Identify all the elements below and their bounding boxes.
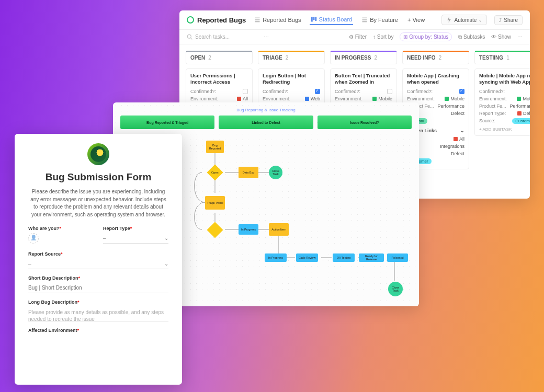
report-type-select[interactable]: –⌄ — [103, 233, 168, 244]
show-button[interactable]: 👁 Show — [491, 34, 511, 40]
board-title-text: Reported Bugs — [197, 16, 246, 24]
add-view-button[interactable]: + View — [406, 15, 426, 25]
list-icon — [361, 17, 368, 23]
flag-icon — [372, 97, 377, 101]
node-p3[interactable]: QA Testing — [333, 253, 355, 262]
tab-status-board[interactable]: Status Board — [310, 15, 354, 25]
long-desc-label: Long Bug Description* — [28, 299, 168, 305]
long-desc-input[interactable]: Please provide as many details as possib… — [28, 307, 168, 321]
column-header[interactable]: IN PROGRESS2 — [330, 51, 397, 64]
who-label: Who are you?* — [28, 226, 94, 231]
lane-2: Linked to Defect — [219, 116, 313, 129]
share-button[interactable]: ⤴ Share — [494, 15, 523, 25]
node-close-1[interactable]: Close Task — [269, 166, 282, 179]
search-input[interactable]: Search tasks... ⋯ — [187, 34, 269, 40]
column-header[interactable]: OPEN2 — [186, 51, 253, 64]
search-icon — [187, 34, 192, 40]
flow-title: Bug Reporting & Issue Tracking — [113, 102, 419, 116]
flag-icon — [445, 97, 449, 101]
more-icon[interactable]: ⋯ — [517, 34, 523, 40]
checkbox-icon[interactable] — [387, 89, 392, 94]
svg-rect-0 — [311, 17, 312, 22]
svg-point-3 — [187, 34, 191, 38]
lane-1: Bug Reported & Triaged — [120, 116, 214, 129]
automate-button[interactable]: Automate ⌄ — [441, 15, 488, 25]
more-icon[interactable]: ⋯ — [264, 34, 269, 40]
groupby-button[interactable]: ⊞ Group by: Status — [400, 32, 452, 41]
report-type-label: Report Type* — [103, 226, 168, 231]
svg-rect-1 — [313, 17, 314, 20]
report-source-select[interactable]: –⌄ — [28, 259, 168, 269]
column-header[interactable]: NEED INFO2 — [402, 51, 469, 64]
flag-icon — [517, 111, 522, 116]
flag-icon — [237, 97, 241, 101]
node-triage[interactable]: Triage Panel — [205, 196, 225, 210]
share-icon: ⤴ — [499, 17, 502, 23]
card-title: Mobile App | Crashing when opened — [407, 73, 464, 85]
flag-icon — [454, 137, 458, 141]
source-pill: Customer — [512, 118, 530, 124]
svg-rect-2 — [315, 17, 316, 21]
form-avatar — [87, 143, 109, 165]
report-source-label: Report Source* — [28, 251, 168, 257]
node-p2[interactable]: Code Review — [296, 253, 318, 262]
node-p4[interactable]: Ready for Release — [359, 253, 384, 262]
tab-reported-bugs[interactable]: Reported Bugs — [253, 15, 302, 25]
node-bug-reported[interactable]: Bug Reported — [206, 141, 224, 153]
user-picker[interactable] — [28, 233, 39, 244]
node-close-2[interactable]: Close Task — [388, 282, 403, 296]
lane-3: Issue Resolved? — [318, 116, 412, 129]
form-description: Please describe the issue you are experi… — [28, 188, 168, 218]
board-header: Reported Bugs Reported Bugs Status Board… — [179, 10, 530, 30]
tab-by-feature[interactable]: By Feature — [360, 15, 399, 25]
card-title: Login Button | Not Redirecting — [263, 73, 320, 85]
card-title: User Permissions | Incorrect Access — [190, 73, 248, 85]
list-icon — [254, 17, 260, 23]
bolt-icon — [446, 17, 452, 23]
node-data-exp[interactable]: Data Exp — [239, 167, 258, 178]
column-header[interactable]: TRIAGE2 — [258, 51, 325, 64]
board-toolbar: ⚙ Filter ↕ Sort by ⊞ Group by: Status ⧉ … — [349, 32, 523, 41]
node-in-progress[interactable]: In Progress — [239, 224, 258, 235]
column-testing: TESTIING1 Mobile | Mobile App not syncin… — [474, 51, 530, 174]
affected-env-label: Affected Environment* — [28, 328, 168, 333]
flow-lanes: Bug Reported & Triaged Linked to Defect … — [113, 116, 419, 129]
checkbox-icon[interactable] — [459, 89, 464, 94]
short-desc-input[interactable] — [28, 283, 168, 293]
form-title: Bug Submission Form — [28, 171, 168, 183]
checkbox-icon[interactable] — [243, 89, 248, 94]
board-subheader: Search tasks... ⋯ ⚙ Filter ↕ Sort by ⊞ G… — [179, 30, 530, 44]
node-action-item[interactable]: Action Item — [269, 223, 289, 236]
card-title: Mobile | Mobile App not syncing with Web… — [479, 73, 530, 85]
short-desc-label: Short Bug Description* — [28, 275, 168, 281]
chevron-down-icon: ⌄ — [479, 18, 482, 22]
node-p1[interactable]: In Progress — [265, 253, 287, 262]
subtasks-button[interactable]: ⧉ Subtasks — [458, 34, 485, 40]
flag-icon — [305, 97, 309, 101]
flag-icon — [517, 97, 521, 101]
checkbox-icon[interactable] — [315, 89, 320, 94]
node-p5[interactable]: Released — [387, 253, 408, 262]
sortby-button[interactable]: ↕ Sort by — [373, 34, 393, 40]
card-testing-1[interactable]: Mobile | Mobile App not syncing with Web… — [474, 68, 530, 136]
bug-submission-form: Bug Submission Form Please describe the … — [15, 134, 182, 385]
board-icon — [311, 16, 317, 22]
add-subtask-button[interactable]: + ADD SUBTASK — [479, 127, 530, 132]
status-ring-icon — [187, 16, 194, 24]
column-header[interactable]: TESTIING1 — [474, 51, 530, 64]
board-title: Reported Bugs — [187, 16, 246, 24]
filter-button[interactable]: ⚙ Filter — [349, 34, 367, 40]
card-title: Button Text | Truncated when Zoomed In — [335, 73, 392, 85]
